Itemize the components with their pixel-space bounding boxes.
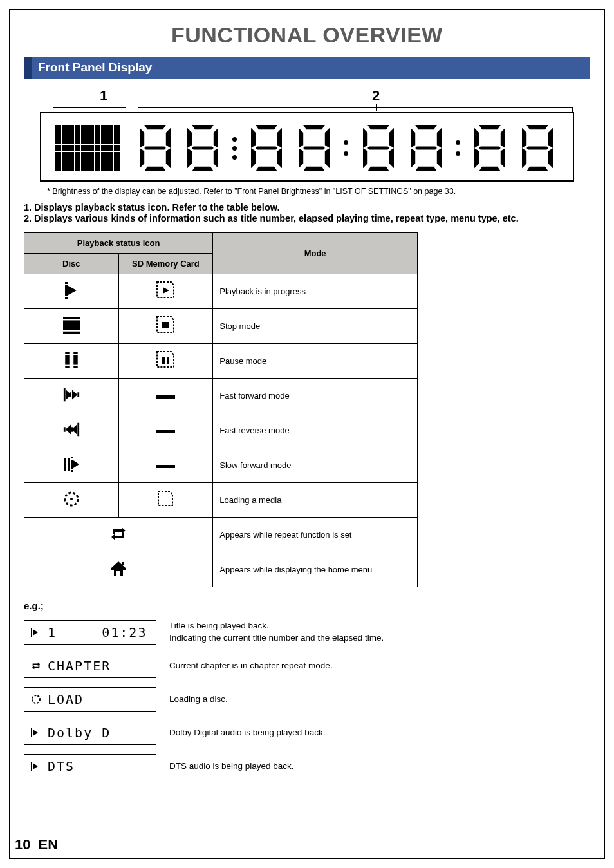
no-icon [118,413,213,448]
svg-marker-29 [367,167,389,171]
svg-marker-20 [277,148,282,168]
legend-item-1: 1. Displays playback status icon. Refer … [24,202,590,212]
fast-forward-icon [24,379,119,413]
table-row: Pause mode [24,344,418,379]
svg-marker-3 [140,128,144,148]
table-row: Slow forward mode [24,448,418,483]
svg-marker-8 [192,167,214,171]
svg-marker-21 [304,125,326,129]
svg-rect-68 [73,352,78,354]
no-icon [118,448,213,483]
svg-rect-75 [70,392,71,397]
svg-marker-27 [325,148,330,168]
status-dot-matrix [55,125,120,171]
svg-marker-60 [163,287,169,294]
section-heading: Front Panel Display [24,57,590,79]
table-row: Fast forward mode [24,379,418,413]
svg-marker-23 [304,147,326,150]
svg-marker-39 [436,128,441,148]
svg-rect-63 [63,332,80,334]
th-sd-card: SD Memory Card [118,254,213,274]
svg-marker-48 [501,148,505,168]
mode-text: Fast reverse mode [213,413,418,448]
mode-text: Slow forward mode [213,448,418,483]
mode-text: Loading a media [213,483,418,518]
svg-marker-46 [501,128,505,148]
pause-icon [24,344,119,379]
svg-rect-82 [77,423,79,437]
play-icon [31,628,41,637]
svg-marker-16 [256,147,277,150]
mode-text: Stop mode [213,309,418,344]
svg-rect-58 [65,297,68,299]
example-row: 1 01:23 Title is being played back. Indi… [24,620,590,645]
svg-marker-0 [144,125,166,129]
figure-label-2: 2 [203,88,548,104]
front-panel-display-figure: 1 2 [40,88,574,182]
svg-rect-96 [31,728,32,737]
svg-marker-6 [166,148,171,168]
th-disc: Disc [24,254,119,274]
example-description: Dolby Digital audio is being played back… [169,727,590,739]
fast-reverse-icon [24,413,119,448]
example-description: DTS audio is being played back. [169,760,590,773]
example-display-load: LOAD [24,687,156,712]
table-row: Stop mode [24,309,418,344]
table-row: Playback is in progress [24,274,418,309]
loading-disc-icon [31,694,41,704]
svg-marker-88 [73,460,79,468]
table-row: Fast reverse mode [24,413,418,448]
svg-marker-7 [192,125,214,129]
page-footer: 10 EN [10,836,58,853]
svg-marker-35 [415,125,437,129]
svg-marker-36 [415,167,437,171]
svg-rect-57 [65,285,68,296]
svg-marker-34 [389,148,393,168]
svg-marker-12 [187,148,192,168]
mode-text: Pause mode [213,344,418,379]
sd-stop-icon [118,309,213,344]
svg-marker-59 [68,286,77,295]
seven-segment-display [134,125,559,171]
example-display-chapter-repeat: CHAPTER [24,654,156,678]
table-row: Loading a media [24,483,418,518]
svg-marker-38 [411,128,415,148]
example-description: Loading a disc. [169,693,590,706]
sd-pause-icon [118,344,213,379]
svg-marker-24 [299,128,303,148]
repeat-icon [24,518,213,552]
mode-text: Playback is in progress [213,274,418,309]
slow-forward-icon [24,448,119,483]
play-icon [31,728,41,737]
svg-rect-67 [65,366,70,368]
svg-marker-18 [277,128,282,148]
svg-marker-44 [479,147,501,150]
no-icon [118,379,213,413]
table-row: Appears while displaying the home menu [24,552,418,587]
svg-marker-81 [71,425,77,435]
svg-marker-52 [522,128,526,148]
svg-marker-45 [474,128,479,148]
page-number: 10 [15,836,30,853]
example-text: Dolby D [48,725,111,741]
loading-disc-icon [24,483,119,518]
svg-marker-37 [415,147,437,150]
svg-rect-71 [162,357,165,364]
svg-marker-4 [166,128,171,148]
svg-marker-19 [251,148,256,168]
svg-rect-77 [77,392,79,397]
example-row: LOAD Loading a disc. [24,687,590,712]
mode-text: Fast forward mode [213,379,418,413]
svg-rect-66 [65,355,70,364]
svg-marker-79 [65,425,70,435]
example-row: Dolby D Dolby Digital audio is being pla… [24,721,590,745]
svg-marker-54 [522,148,526,168]
svg-rect-78 [64,427,66,431]
svg-marker-53 [548,128,553,148]
svg-rect-73 [64,388,66,402]
example-text: 1 01:23 [48,625,147,640]
figure-legend-list: 1. Displays playback status icon. Refer … [24,202,590,223]
stop-icon [24,309,119,344]
svg-marker-41 [436,148,441,168]
svg-marker-50 [526,167,548,171]
